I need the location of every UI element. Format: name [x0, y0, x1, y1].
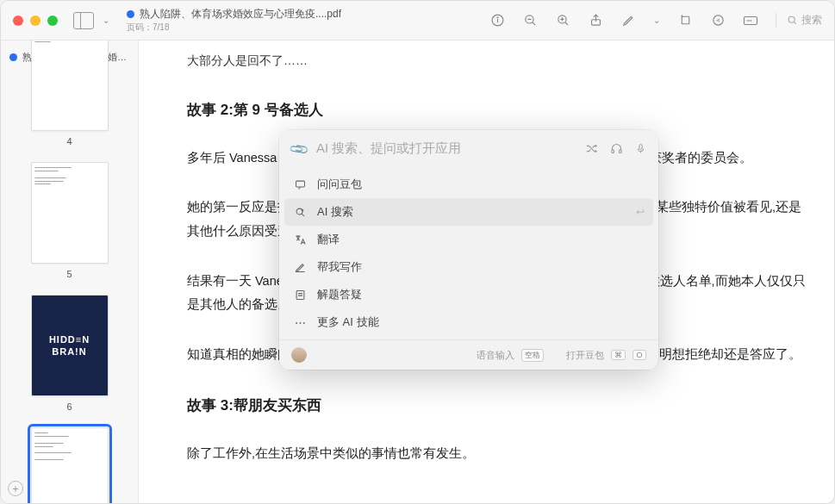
markup-icon[interactable] — [710, 13, 726, 28]
titlebar: ⌄ 熟人陷阱、体育场求婚效应与心理免疫....pdf 页码：7/18 ⌄ 搜索 — [1, 1, 834, 40]
page-thumbnail[interactable]: HIDD≡N BRA!N — [31, 295, 109, 396]
document-title: 熟人陷阱、体育场求婚效应与心理免疫....pdf — [140, 7, 341, 22]
thumbnail-sidebar: 熟人陷阱、体育场求婚… ▬▬▬▬▬▬▬▬▬▬▬▬▬▬▬▬▬▬▬▬▬▬ 4 ▬▬▬… — [1, 40, 139, 503]
popup-search-row: 📎 AI 搜索、提问或打开应用 — [279, 130, 658, 167]
title-block: 熟人陷阱、体育场求婚效应与心理免疫....pdf 页码：7/18 — [127, 7, 341, 34]
open-doubao-hint: 打开豆包 — [566, 349, 604, 362]
thumbnail-item[interactable]: HIDD≡N BRA!N 6 — [1, 295, 138, 412]
info-icon[interactable] — [489, 13, 505, 28]
highlight-icon[interactable] — [743, 13, 758, 28]
enter-key-icon: ↩ — [636, 206, 645, 218]
app-window: ⌄ 熟人陷阱、体育场求婚效应与心理免疫....pdf 页码：7/18 ⌄ 搜索 — [0, 0, 835, 504]
svg-rect-25 — [296, 290, 304, 299]
document-status-dot-icon — [127, 10, 134, 18]
paragraph: 大部分人是回不了…… — [187, 49, 808, 72]
svg-point-22 — [296, 208, 302, 215]
paragraph: 除了工作外,在生活场景中类似的事情也常有发生。 — [187, 442, 808, 466]
headphones-icon[interactable] — [610, 142, 623, 155]
popup-item-homework[interactable]: 解题答疑 — [279, 281, 658, 308]
svg-point-15 — [788, 16, 794, 22]
popup-footer: 语音输入 空格 打开豆包 ⌘ O — [279, 339, 658, 370]
thumbnail-page-number: 4 — [66, 136, 72, 146]
chat-icon — [293, 177, 307, 191]
search-icon — [787, 15, 798, 26]
svg-line-23 — [302, 214, 304, 216]
page-indicator: 页码：7/18 — [127, 22, 341, 34]
document-status-dot-icon — [9, 53, 17, 61]
svg-line-16 — [794, 22, 795, 23]
thumbnail-page-number: 6 — [66, 401, 72, 412]
minimize-window-button[interactable] — [30, 16, 41, 26]
microphone-icon[interactable] — [635, 142, 646, 155]
attachment-icon[interactable]: 📎 — [288, 137, 310, 159]
page-thumbnail[interactable]: ▬▬▬▬▬▬▬▬▬▬▬▬▬▬▬▬▬▬▬▬▬▬▬▬▬▬▬▬▬▬▬▬▬▬▬▬▬▬▬▬… — [31, 162, 109, 264]
popup-item-ai-search[interactable]: AI 搜索 ↩ — [284, 198, 653, 226]
chevron-down-icon[interactable]: ⌄ — [103, 16, 109, 25]
close-window-button[interactable] — [13, 16, 23, 26]
chevron-down-icon[interactable]: ⌄ — [653, 16, 660, 25]
zoom-out-icon[interactable] — [522, 13, 538, 28]
fullscreen-window-button[interactable] — [47, 16, 58, 26]
doc-icon — [293, 288, 307, 302]
popup-item-ask-doubao[interactable]: 问问豆包 — [279, 171, 658, 198]
svg-line-7 — [564, 22, 567, 25]
svg-rect-17 — [612, 150, 614, 153]
thumbnail-item[interactable]: ▬▬▬▬▬▬▬▬▬▬▬▬▬▬▬▬▬▬▬▬▬▬▬▬▬▬▬▬▬▬▬▬▬▬▬▬▬▬▬▬… — [1, 162, 138, 279]
svg-point-2 — [497, 17, 498, 18]
traffic-lights — [13, 16, 58, 26]
key-hint: 空格 — [521, 349, 544, 362]
annotate-icon[interactable] — [620, 13, 636, 28]
popup-item-more-skills[interactable]: ⋯ 更多 AI 技能 — [279, 308, 658, 336]
svg-rect-18 — [620, 150, 622, 153]
shuffle-icon[interactable] — [585, 142, 598, 155]
popup-item-write[interactable]: 帮我写作 — [279, 253, 658, 281]
page-thumbnail[interactable]: ▬▬▬▬▬▬▬▬▬▬▬▬▬▬▬▬▬▬▬▬▬▬▬▬▬▬▬▬▬▬▬▬▬▬▬▬▬▬▬▬… — [31, 427, 109, 503]
page-thumbnail[interactable]: ▬▬▬▬▬▬▬▬▬▬▬▬▬▬▬▬▬▬▬▬▬▬ — [31, 40, 109, 131]
svg-rect-11 — [682, 16, 689, 24]
popup-item-translate[interactable]: 翻译 — [279, 226, 658, 253]
svg-rect-21 — [296, 181, 304, 187]
ai-search-icon — [293, 205, 307, 219]
svg-rect-19 — [639, 145, 642, 150]
ai-assistant-popup: 📎 AI 搜索、提问或打开应用 问问豆包 AI 搜索 ↩ 翻译 — [279, 130, 658, 370]
pencil-icon — [293, 260, 307, 274]
avatar[interactable] — [291, 347, 307, 363]
key-hint: O — [632, 350, 646, 360]
toolbar-right: ⌄ 搜索 — [489, 13, 822, 28]
voice-input-hint: 语音输入 — [477, 349, 514, 362]
share-icon[interactable] — [588, 13, 603, 28]
dots-icon: ⋯ — [293, 315, 307, 329]
rotate-icon[interactable] — [677, 13, 693, 28]
thumbnail-page-number: 5 — [66, 269, 72, 279]
ai-search-input[interactable]: AI 搜索、提问或打开应用 — [316, 140, 576, 157]
toolbar-search[interactable]: 搜索 — [776, 13, 822, 28]
heading: 故事 2:第 9 号备选人 — [187, 96, 808, 124]
zoom-in-icon[interactable] — [555, 13, 570, 28]
key-hint: ⌘ — [611, 350, 626, 360]
sidebar-toggle-button[interactable] — [73, 12, 94, 29]
translate-icon — [293, 233, 307, 246]
svg-line-4 — [532, 22, 534, 25]
popup-list: 问问豆包 AI 搜索 ↩ 翻译 帮我写作 解题答疑 ⋯ 更多 AI 技能 — [279, 167, 658, 339]
heading: 故事 3:帮朋友买东西 — [187, 392, 808, 420]
add-page-button[interactable]: ＋ — [8, 481, 23, 496]
